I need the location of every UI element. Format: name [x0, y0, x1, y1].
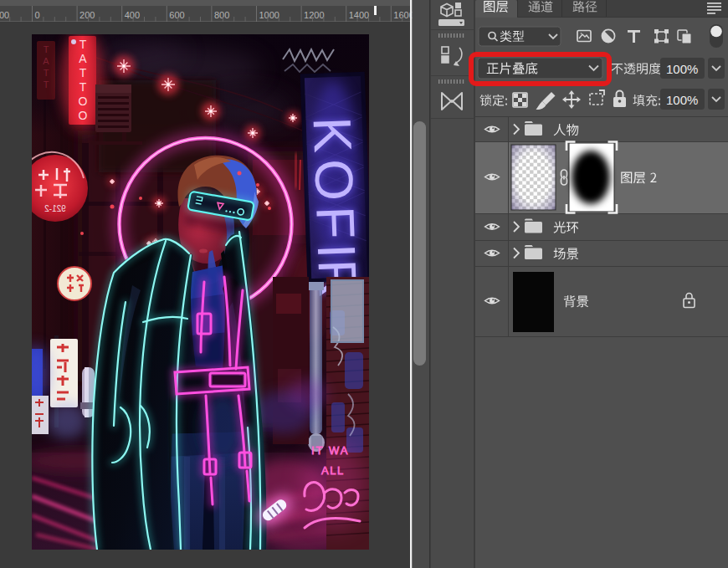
svg-text:O: O: [79, 95, 88, 108]
svg-text:T: T: [79, 66, 87, 79]
svg-text:ALL: ALL: [321, 464, 345, 477]
svg-text:O: O: [303, 158, 365, 202]
svg-text:400: 400: [125, 10, 140, 20]
svg-text:1000: 1000: [259, 10, 279, 20]
svg-text:A: A: [43, 56, 49, 66]
svg-text:T: T: [44, 44, 49, 54]
svg-text:1400: 1400: [349, 10, 369, 20]
svg-text:T: T: [44, 79, 49, 90]
svg-text:100%: 100%: [666, 93, 698, 107]
svg-text:IT WA: IT WA: [311, 444, 349, 457]
svg-text:00: 00: [0, 10, 9, 20]
svg-text:A: A: [79, 52, 87, 65]
svg-text:I: I: [306, 243, 367, 259]
svg-text:100%: 100%: [666, 62, 698, 76]
svg-text:F: F: [305, 205, 366, 240]
svg-text:T: T: [79, 38, 87, 51]
svg-text:921-2: 921-2: [44, 204, 66, 213]
svg-text:T: T: [79, 80, 87, 94]
svg-text:O: O: [79, 109, 88, 122]
svg-text:T: T: [44, 68, 49, 78]
svg-text:0: 0: [35, 10, 40, 20]
svg-text:1200: 1200: [304, 10, 324, 20]
svg-text:600: 600: [169, 10, 184, 20]
svg-text:800: 800: [214, 10, 229, 20]
svg-text:200: 200: [79, 10, 95, 20]
svg-text:K: K: [302, 116, 363, 154]
